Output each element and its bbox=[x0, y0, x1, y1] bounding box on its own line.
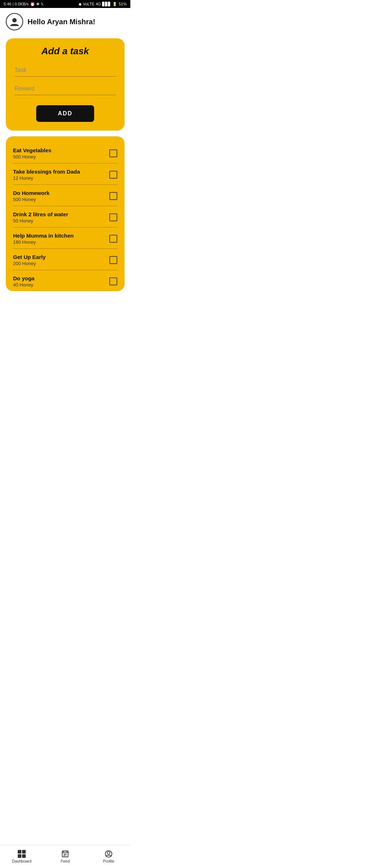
task-checkbox[interactable] bbox=[109, 192, 117, 200]
task-checkbox[interactable] bbox=[109, 235, 117, 243]
bluetooth-icon: ◆ bbox=[79, 2, 81, 7]
task-checkbox[interactable] bbox=[109, 171, 117, 179]
task-checkbox[interactable] bbox=[109, 149, 117, 157]
time-network: 5:46 | 0.0KB/s bbox=[4, 2, 29, 6]
task-name: Drink 2 litres of water bbox=[13, 211, 105, 217]
task-checkbox[interactable] bbox=[109, 277, 117, 285]
task-list-card: Eat Vegetables500 HoneyTake blessings fr… bbox=[6, 136, 125, 291]
task-reward: 180 Honey bbox=[13, 239, 105, 245]
avatar bbox=[6, 13, 23, 30]
battery-percent: 51% bbox=[119, 2, 127, 6]
task-input[interactable] bbox=[14, 64, 116, 77]
task-info: Get Up Early200 Honey bbox=[13, 254, 105, 266]
task-info: Do Homework500 Honey bbox=[13, 190, 105, 202]
task-reward: 50 Honey bbox=[13, 218, 105, 224]
task-reward: 40 Honey bbox=[13, 282, 105, 288]
add-button[interactable]: ADD bbox=[36, 105, 94, 122]
task-checkbox[interactable] bbox=[109, 213, 117, 221]
status-icons: ⏰ ❋ 𝕏 bbox=[30, 2, 44, 7]
add-task-title: Add a task bbox=[14, 46, 116, 57]
task-checkbox[interactable] bbox=[109, 256, 117, 264]
svg-point-0 bbox=[12, 18, 17, 22]
task-info: Take blessings from Dada12 Honey bbox=[13, 169, 105, 181]
task-item: Take blessings from Dada12 Honey bbox=[13, 163, 117, 185]
status-right: ◆ VoLTE 4G ▊▊▊ 🔋 51% bbox=[79, 2, 127, 7]
status-left: 5:46 | 0.0KB/s ⏰ ❋ 𝕏 bbox=[4, 2, 44, 7]
add-task-card: Add a task ADD bbox=[6, 38, 125, 131]
task-info: Do yoga40 Honey bbox=[13, 275, 105, 288]
task-name: Do yoga bbox=[13, 275, 105, 281]
battery-icon: 🔋 bbox=[112, 2, 117, 7]
task-item: Eat Vegetables500 Honey bbox=[13, 142, 117, 163]
task-reward: 500 Honey bbox=[13, 197, 105, 202]
task-item: Do Homework500 Honey bbox=[13, 185, 117, 206]
task-item: Help Mumma in kitchen180 Honey bbox=[13, 227, 117, 249]
task-reward: 200 Honey bbox=[13, 261, 105, 266]
header: Hello Aryan Mishra! bbox=[0, 8, 130, 35]
task-name: Help Mumma in kitchen bbox=[13, 233, 105, 239]
task-name: Eat Vegetables bbox=[13, 147, 105, 153]
greeting-text: Hello Aryan Mishra! bbox=[28, 18, 95, 26]
task-reward: 500 Honey bbox=[13, 154, 105, 159]
task-info: Eat Vegetables500 Honey bbox=[13, 147, 105, 159]
reward-input[interactable] bbox=[14, 82, 116, 95]
task-item: Drink 2 litres of water50 Honey bbox=[13, 206, 117, 227]
task-info: Drink 2 litres of water50 Honey bbox=[13, 211, 105, 224]
status-bar: 5:46 | 0.0KB/s ⏰ ❋ 𝕏 ◆ VoLTE 4G ▊▊▊ 🔋 51… bbox=[0, 0, 130, 8]
task-name: Get Up Early bbox=[13, 254, 105, 260]
user-icon bbox=[9, 17, 20, 27]
task-name: Take blessings from Dada bbox=[13, 169, 105, 175]
task-item: Get Up Early200 Honey bbox=[13, 249, 117, 270]
task-item: Do yoga40 Honey bbox=[13, 270, 117, 291]
network-icons: VoLTE 4G ▊▊▊ bbox=[83, 2, 111, 7]
task-name: Do Homework bbox=[13, 190, 105, 196]
task-reward: 12 Honey bbox=[13, 175, 105, 181]
task-info: Help Mumma in kitchen180 Honey bbox=[13, 233, 105, 245]
